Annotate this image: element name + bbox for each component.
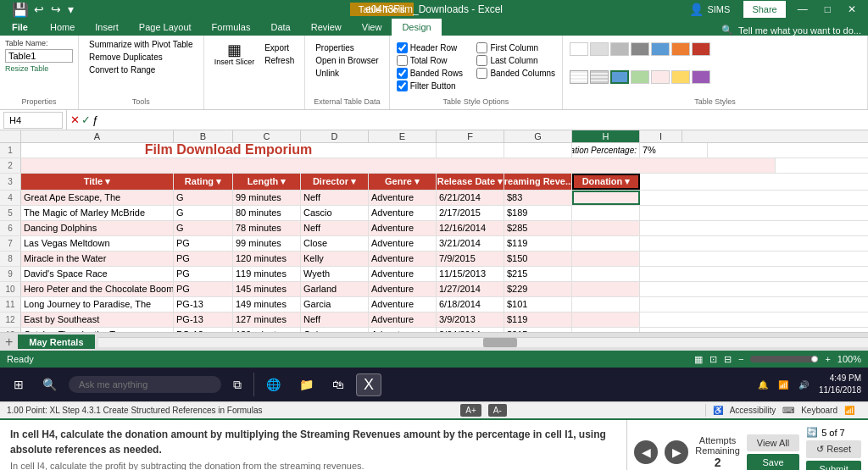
cell-9-5[interactable]: Adventure (369, 267, 437, 281)
tab-file[interactable]: File (0, 19, 40, 36)
cell-11-5[interactable]: Adventure (369, 297, 437, 312)
sims-btn[interactable]: 👤 SIMS (682, 1, 737, 18)
header-director[interactable]: Director ▾ (301, 174, 369, 190)
tab-home[interactable]: Home (40, 19, 85, 36)
tab-page-layout[interactable]: Page Layout (129, 19, 202, 36)
banded-columns-checkbox[interactable] (476, 68, 487, 79)
cell-5-3[interactable]: 80 minutes (233, 206, 301, 220)
col-header-g[interactable]: G (504, 130, 572, 142)
banded-rows-checkbox[interactable] (397, 68, 408, 79)
text-decrease-btn[interactable]: A- (488, 404, 507, 417)
cell-12-3[interactable]: 127 minutes (233, 312, 301, 327)
table-style-swatch-5[interactable] (651, 42, 670, 56)
taskbar-volume-icon[interactable]: 🔊 (798, 380, 809, 390)
cell-13-2[interactable]: PG-13 (174, 328, 233, 332)
cell-10-7[interactable]: $229 (504, 282, 572, 296)
cell-12-1[interactable]: East by Southeast (21, 312, 174, 327)
col-header-i[interactable]: I (640, 130, 682, 142)
table-style-swatch-11[interactable] (631, 70, 649, 84)
header-length[interactable]: Length ▾ (233, 174, 301, 190)
cell-6-4[interactable]: Neff (301, 221, 369, 235)
cell-10-1[interactable]: Hero Peter and the Chocolate Boomerang (21, 282, 174, 296)
confirm-formula-button[interactable]: ✓ (81, 113, 91, 126)
cell-8-6[interactable]: 7/9/2015 (437, 252, 504, 266)
maximize-button[interactable]: □ (820, 1, 836, 18)
table-name-input[interactable] (5, 49, 73, 63)
zoom-in-btn[interactable]: + (825, 354, 830, 364)
table-style-swatch-1[interactable] (570, 42, 588, 56)
cell-7-8[interactable] (572, 236, 640, 251)
zoom-thumb[interactable] (811, 356, 818, 362)
cell-11-3[interactable]: 149 minutes (233, 297, 301, 312)
cell-9-2[interactable]: PG (174, 267, 233, 281)
view-icon-page[interactable]: ⊡ (709, 354, 717, 365)
view-icon-break[interactable]: ⊟ (724, 354, 732, 365)
cell-8-4[interactable]: Kelly (301, 252, 369, 266)
total-row-checkbox[interactable] (397, 55, 408, 66)
cell-10-2[interactable]: PG (174, 282, 233, 296)
open-in-browser-button[interactable]: Open in Browser (312, 55, 381, 66)
next-step-button[interactable]: ▶ (665, 440, 688, 464)
header-donation[interactable]: Donation ▾ (572, 174, 640, 190)
search-button[interactable]: 🔍 (36, 374, 64, 395)
taskbar-excel[interactable]: X (356, 373, 381, 396)
horizontal-scrollbar[interactable] (98, 337, 868, 347)
cell-7-1[interactable]: Las Vegas Meltdown (21, 236, 174, 251)
col-header-h[interactable]: H (572, 130, 640, 142)
insert-slicer-button[interactable]: ▦ Insert Slicer (211, 41, 259, 68)
table-style-swatch-7[interactable] (692, 42, 710, 56)
h-scroll-thumb[interactable] (483, 338, 517, 347)
cell-12-2[interactable]: PG-13 (174, 312, 233, 327)
col-header-f[interactable]: F (437, 130, 504, 142)
cell-10-6[interactable]: 1/27/2014 (437, 282, 504, 296)
close-button[interactable]: ✕ (843, 1, 861, 18)
resize-table-button[interactable]: Resize Table (5, 64, 73, 73)
header-row-checkbox[interactable] (397, 42, 408, 53)
col-header-b[interactable]: B (174, 130, 233, 142)
taskbar-task-view[interactable]: ⧉ (226, 374, 248, 395)
cell-8-5[interactable]: Adventure (369, 252, 437, 266)
cell-13-5[interactable]: Adventure (369, 328, 437, 332)
properties-button[interactable]: Properties (312, 42, 381, 53)
header-rating[interactable]: Rating ▾ (174, 174, 233, 190)
table-style-swatch-3[interactable] (610, 42, 629, 56)
cell-7-4[interactable]: Close (301, 236, 369, 251)
insert-function-button[interactable]: ƒ (92, 113, 98, 126)
cell-e1[interactable] (437, 143, 504, 158)
tab-view[interactable]: View (352, 19, 392, 36)
taskbar-edge[interactable]: 🌐 (259, 374, 287, 395)
tab-data[interactable]: Data (260, 19, 300, 36)
cell-8-7[interactable]: $150 (504, 252, 572, 266)
sheet-tab-may-rentals[interactable]: May Rentals (18, 335, 94, 349)
cell-6-5[interactable]: Adventure (369, 221, 437, 235)
cell-12-6[interactable]: 3/9/2013 (437, 312, 504, 327)
first-column-checkbox[interactable] (476, 42, 487, 53)
cancel-formula-button[interactable]: ✕ (70, 113, 80, 126)
table-style-swatch-2[interactable] (590, 42, 609, 56)
tab-review[interactable]: Review (301, 19, 352, 36)
cell-6-3[interactable]: 78 minutes (233, 221, 301, 235)
cell-11-4[interactable]: Garcia (301, 297, 369, 312)
cell-f1[interactable] (504, 143, 572, 158)
last-column-checkbox[interactable] (476, 55, 487, 66)
table-style-swatch-12[interactable] (651, 70, 670, 84)
cell-6-1[interactable]: Dancing Dolphins (21, 221, 174, 235)
cell-13-4[interactable]: Quinn (301, 328, 369, 332)
submit-button[interactable]: Submit (806, 461, 861, 470)
cell-12-4[interactable]: Neff (301, 312, 369, 327)
cell-8-8[interactable] (572, 252, 640, 266)
cell-5-2[interactable]: G (174, 206, 233, 220)
cell-5-1[interactable]: The Magic of Marley McBride (21, 206, 174, 220)
cell-12-7[interactable]: $119 (504, 312, 572, 327)
table-style-swatch-8[interactable] (570, 70, 588, 84)
cell-7-2[interactable]: PG (174, 236, 233, 251)
cell-6-8[interactable] (572, 221, 640, 235)
table-style-swatch-6[interactable] (671, 42, 690, 56)
taskbar-search-input[interactable] (69, 376, 221, 393)
cell-10-3[interactable]: 145 minutes (233, 282, 301, 296)
cell-11-7[interactable]: $101 (504, 297, 572, 312)
cell-13-6[interactable]: 3/24/2014 (437, 328, 504, 332)
cell-13-8[interactable] (572, 328, 640, 332)
cell-5-7[interactable]: $189 (504, 206, 572, 220)
tab-insert[interactable]: Insert (85, 19, 129, 36)
